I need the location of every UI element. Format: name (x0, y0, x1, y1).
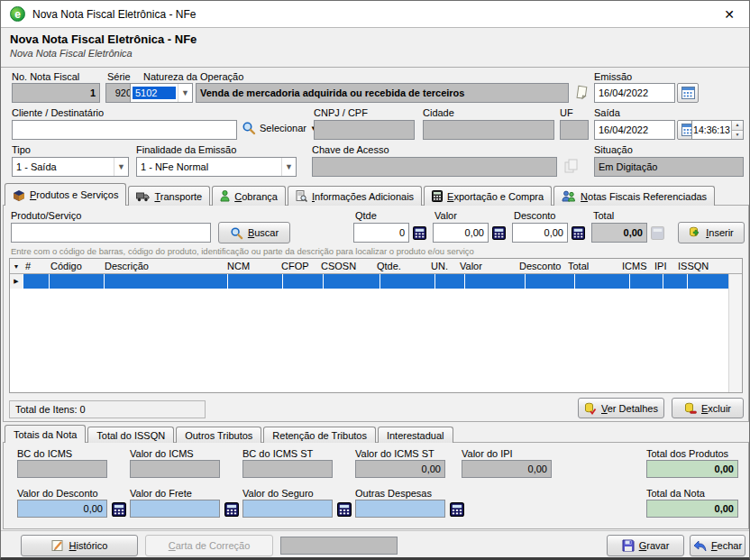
col-header[interactable]: ISSQN (675, 261, 742, 271)
valor-ipi-field: 0,00 (462, 460, 552, 478)
emissao-field[interactable]: 16/04/2022 (594, 83, 675, 103)
calculator-icon (432, 190, 443, 202)
footer-bar: Histórico Carta de Correção Gravar Fecha… (1, 530, 749, 558)
cliente-input[interactable] (12, 120, 237, 140)
valor-seguro-label: Valor do Seguro (242, 488, 314, 499)
emissao-calendar-icon[interactable] (677, 83, 699, 103)
col-header[interactable]: UN. (428, 261, 457, 271)
col-header[interactable]: Valor (457, 261, 517, 271)
close-icon[interactable]: ✕ (718, 5, 740, 23)
total-itens-status: Total de Itens: 0 (9, 400, 206, 418)
chevron-down-icon[interactable]: ▼ (281, 158, 296, 176)
close-arrow-icon (693, 540, 707, 552)
fechar-button[interactable]: Fechar (690, 535, 745, 556)
col-header[interactable]: Desconto (517, 261, 565, 271)
qtde-input[interactable] (353, 223, 409, 243)
grid-empty-area (10, 289, 742, 392)
ver-detalhes-button[interactable]: Ver Detalhes (578, 398, 664, 418)
valor-desconto-input[interactable] (17, 500, 107, 518)
col-header[interactable]: NCM (224, 261, 279, 271)
desconto-calculator-icon[interactable] (569, 225, 587, 241)
person-green-icon (220, 190, 230, 202)
gravar-button[interactable]: Gravar (607, 535, 684, 556)
tab-exportacao-compra[interactable]: Exportação e Compra (424, 186, 552, 206)
col-header[interactable]: # (23, 261, 48, 271)
col-header[interactable]: ICMS (619, 261, 652, 271)
tab-informacoes-adicionais[interactable]: Informações Adicionais (288, 186, 422, 206)
saida-date-field[interactable]: 16/04/2022 (594, 120, 675, 140)
tab-label: Notas Fiscais Referenciadas (581, 191, 707, 202)
col-header[interactable]: Qtde. (374, 261, 428, 271)
grid-scrollbar[interactable] (728, 274, 742, 392)
valor-icms-st-label: Valor do ICMS ST (355, 448, 434, 459)
selecionar-label: Selecionar (260, 123, 306, 133)
produto-servico-input[interactable] (11, 223, 211, 243)
valor-seguro-input[interactable] (242, 500, 333, 518)
title-bar: e Nova Nota Fiscal Eletrônica - NFe ✕ (1, 1, 749, 28)
spinner-down-icon[interactable]: ▼ (732, 130, 743, 140)
no-nota-field: 1 (12, 83, 100, 103)
tab-produtos-servicos[interactable]: Produtos e Serviços (5, 183, 126, 206)
buscar-button[interactable]: Buscar (218, 222, 290, 243)
tab-cobranca[interactable]: Cobrança (212, 186, 286, 206)
historico-label: Histórico (69, 540, 108, 551)
col-header[interactable]: Código (48, 261, 102, 271)
finalidade-label: Finalidade da Emissão (136, 144, 236, 155)
tab-outros-tributos[interactable]: Outros Tributos (176, 427, 261, 443)
outras-despesas-input[interactable] (355, 500, 445, 518)
chevron-down-icon[interactable]: ▼ (114, 158, 128, 176)
desconto-input[interactable] (512, 223, 568, 243)
items-grid[interactable]: ▼ # Código Descrição NCM CFOP CSOSN Qtde… (9, 258, 743, 393)
inserir-label: Inserir (706, 227, 734, 238)
excluir-button[interactable]: Excluir (672, 398, 744, 418)
grid-header: ▼ # Código Descrição NCM CFOP CSOSN Qtde… (10, 259, 742, 274)
cidade-field (423, 120, 554, 140)
tab-total-do-issqn[interactable]: Total do ISSQN (87, 427, 174, 443)
col-header[interactable]: CSOSN (318, 261, 374, 271)
col-header[interactable]: CFOP (279, 261, 318, 271)
total-produtos-label: Total dos Produtos (646, 448, 728, 459)
tab-retencao-de-tributos[interactable]: Retenção de Tributos (263, 427, 376, 443)
main-tab-bar: Produtos e Serviços Transporte Cobrança … (5, 183, 717, 206)
spinner-up-icon[interactable]: ▲ (732, 121, 743, 130)
saida-time-field[interactable]: 14:36:13 ▲▼ (691, 120, 744, 140)
valor-ipi-label: Valor do IPI (462, 448, 513, 459)
desconto-calculator-icon[interactable] (110, 501, 128, 518)
note-icon[interactable] (574, 84, 590, 100)
grid-corner-marker: ▼ (10, 263, 23, 270)
valor-input[interactable] (433, 223, 489, 243)
total-field: 0,00 (591, 223, 647, 243)
finalidade-combo[interactable]: 1 - NFe Normal ▼ (136, 157, 297, 177)
situacao-field: Em Digitação (594, 157, 744, 177)
tab-transporte[interactable]: Transporte (128, 186, 210, 206)
col-header[interactable]: Descrição (102, 261, 224, 271)
tipo-combo[interactable]: 1 - Saída ▼ (12, 157, 129, 177)
valor-icms-label: Valor do ICMS (130, 448, 194, 459)
chevron-down-icon[interactable]: ▼ (178, 84, 192, 102)
truck-icon (136, 191, 150, 202)
page-header: Nova Nota Fiscal Eletrônica - NFe Nova N… (1, 29, 749, 68)
uf-label: UF (560, 107, 573, 118)
tab-interestadual[interactable]: Interestadual (378, 427, 453, 443)
time-spinner[interactable]: ▲▼ (731, 121, 743, 139)
saida-time-value: 14:36:13 (692, 124, 731, 135)
historico-button[interactable]: Histórico (21, 535, 138, 556)
desconto-label: Desconto (514, 210, 555, 221)
col-header[interactable]: IPI (652, 261, 675, 271)
tab-notas-referenciadas[interactable]: Notas Fiscais Referenciadas (553, 186, 715, 206)
tab-totais-da-nota[interactable]: Totais da Nota (5, 425, 86, 443)
produto-servico-label: Produto/Serviço (11, 210, 81, 221)
col-header[interactable]: Total (565, 261, 619, 271)
table-row[interactable]: ▶ (10, 274, 742, 289)
seguro-calculator-icon[interactable] (335, 501, 353, 518)
natureza-combo[interactable]: 5102 ▼ (130, 83, 193, 103)
valor-frete-input[interactable] (130, 500, 220, 518)
qtde-calculator-icon[interactable] (410, 225, 428, 241)
serie-label: Série (107, 71, 131, 82)
valor-calculator-icon[interactable] (489, 225, 508, 241)
frete-calculator-icon[interactable] (223, 501, 241, 518)
total-label: Total (593, 210, 614, 221)
despesas-calculator-icon[interactable] (448, 501, 466, 518)
inserir-button[interactable]: Inserir (678, 222, 745, 243)
selecionar-button[interactable]: Selecionar ▼ (242, 121, 317, 135)
